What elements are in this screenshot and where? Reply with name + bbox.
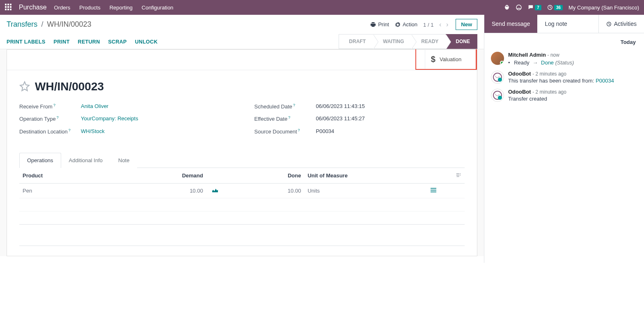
svg-rect-3 (5, 6, 7, 8)
favorite-star-icon[interactable] (19, 81, 30, 93)
chatter-message: OdooBot - 2 minutes ago This transfer ha… (484, 68, 644, 86)
label-receive-from: Receive From? (19, 103, 81, 110)
record-title: WH/IN/00023 (35, 80, 104, 93)
message-author: OdooBot (508, 89, 531, 95)
cell-product: Pen (19, 183, 162, 198)
breadcrumb-root[interactable]: Transfers (7, 20, 37, 28)
table-row[interactable]: Pen 10.00 10.00 Units (19, 183, 465, 198)
form-sheet: $ Valuation WH/IN/00023 Receive From? An… (7, 49, 477, 256)
svg-rect-4 (7, 6, 9, 8)
pager-prev-icon[interactable]: ‹ (438, 21, 443, 28)
table-row (19, 198, 465, 211)
company-switcher[interactable]: My Company (San Francisco) (568, 5, 639, 11)
apps-icon[interactable] (5, 4, 11, 11)
label-scheduled: Scheduled Date? (254, 103, 316, 110)
scrap-button[interactable]: SCRAP (108, 39, 126, 45)
avatar[interactable] (491, 71, 504, 84)
messages-badge: 7 (535, 5, 541, 10)
label-source-doc: Source Document? (254, 128, 316, 135)
stage-waiting[interactable]: WAITING (373, 34, 411, 49)
svg-rect-6 (5, 9, 7, 10)
cell-uom: Units (304, 183, 420, 198)
menu-configuration[interactable]: Configuration (142, 5, 173, 11)
unlock-button[interactable]: UNLOCK (135, 39, 158, 45)
field-source-doc: P00034 (316, 128, 335, 135)
source-doc-link[interactable]: P00034 (596, 78, 614, 84)
messages-icon[interactable]: 7 (528, 5, 541, 10)
svg-rect-0 (5, 4, 7, 5)
detail-icon[interactable] (420, 183, 447, 198)
help-icon[interactable]: ? (57, 115, 59, 119)
pager: 1 / 1 ‹ › (423, 21, 450, 28)
send-message-button[interactable]: Send message (484, 15, 537, 33)
activities-icon[interactable]: 36 (547, 5, 563, 10)
breadcrumb: Transfers / WH/IN/00023 (7, 20, 91, 29)
new-button[interactable]: New (456, 19, 477, 30)
breadcrumb-current: WH/IN/00023 (47, 20, 91, 28)
message-time: - 2 minutes ago (532, 89, 566, 95)
pager-next-icon[interactable]: › (445, 21, 450, 28)
print-button-2[interactable]: PRINT (54, 39, 70, 45)
debug-icon[interactable] (504, 5, 510, 10)
operations-table: Product Demand Done Unit of Measure Pen … (19, 168, 465, 246)
menu-products[interactable]: Products (79, 5, 100, 11)
notebook-tabs: Operations Additional Info Note (19, 153, 465, 168)
label-destination: Destination Location? (19, 128, 81, 135)
print-button[interactable]: Print (370, 21, 389, 28)
topnav-menu: Orders Products Reporting Configuration (54, 5, 174, 11)
status-field-label: (Status) (555, 60, 574, 66)
col-uom[interactable]: Unit of Measure (304, 168, 420, 184)
field-receive-from[interactable]: Anita Oliver (81, 103, 108, 110)
status-to: Done (541, 60, 554, 66)
avatar[interactable] (491, 52, 504, 65)
svg-rect-2 (10, 4, 11, 5)
arrow-right-icon: → (532, 60, 538, 66)
table-settings-icon[interactable] (456, 172, 461, 179)
action-button[interactable]: Action (395, 21, 417, 28)
avatar[interactable] (491, 89, 504, 102)
online-status-icon (500, 61, 504, 65)
tab-operations[interactable]: Operations (19, 153, 61, 168)
message-time: - 2 minutes ago (532, 71, 566, 77)
statusbar: DRAFT WAITING READY DONE (339, 34, 477, 49)
return-button[interactable]: RETURN (78, 39, 100, 45)
chatter-panel: Send message Log note Activities Today M… (484, 15, 644, 263)
control-panel: Transfers / WH/IN/00023 Print Action 1 /… (0, 15, 484, 49)
svg-rect-12 (431, 190, 436, 191)
menu-orders[interactable]: Orders (54, 5, 71, 11)
field-scheduled: 06/06/2023 11:43:15 (316, 103, 365, 110)
menu-reporting[interactable]: Reporting (110, 5, 133, 11)
col-done[interactable]: Done (224, 168, 304, 184)
field-operation-type[interactable]: YourCompany: Receipts (81, 115, 138, 122)
activities-button[interactable]: Activities (598, 15, 644, 33)
stage-draft[interactable]: DRAFT (339, 34, 373, 49)
app-name[interactable]: Purchase (19, 4, 47, 11)
message-author: Mitchell Admin (508, 52, 546, 58)
support-icon[interactable] (516, 4, 522, 11)
status-from: Ready (514, 60, 529, 66)
svg-rect-13 (431, 191, 436, 192)
print-labels-button[interactable]: PRINT LABELS (7, 39, 46, 45)
help-icon[interactable]: ? (288, 115, 290, 119)
activities-badge: 36 (554, 5, 563, 10)
chatter-message: Mitchell Admin - now • Ready → Done (Sta… (484, 49, 644, 68)
svg-rect-8 (10, 9, 11, 10)
log-note-button[interactable]: Log note (537, 15, 575, 33)
svg-rect-1 (7, 4, 9, 5)
message-time: - now (548, 52, 559, 58)
tab-additional-info[interactable]: Additional Info (61, 153, 110, 168)
col-demand[interactable]: Demand (162, 168, 206, 184)
valuation-stat-button[interactable]: $ Valuation (415, 49, 477, 70)
help-icon[interactable]: ? (293, 103, 295, 107)
forecast-icon[interactable] (206, 183, 224, 198)
field-effective: 06/06/2023 11:45:27 (316, 115, 365, 122)
label-operation-type: Operation Type? (19, 115, 81, 122)
col-product[interactable]: Product (19, 168, 162, 184)
tab-note[interactable]: Note (110, 153, 137, 168)
help-icon[interactable]: ? (298, 128, 300, 132)
help-icon[interactable]: ? (69, 128, 71, 132)
field-destination[interactable]: WH/Stock (81, 128, 105, 135)
cell-done: 10.00 (224, 183, 304, 198)
help-icon[interactable]: ? (53, 103, 55, 107)
label-effective: Effective Date? (254, 115, 316, 122)
